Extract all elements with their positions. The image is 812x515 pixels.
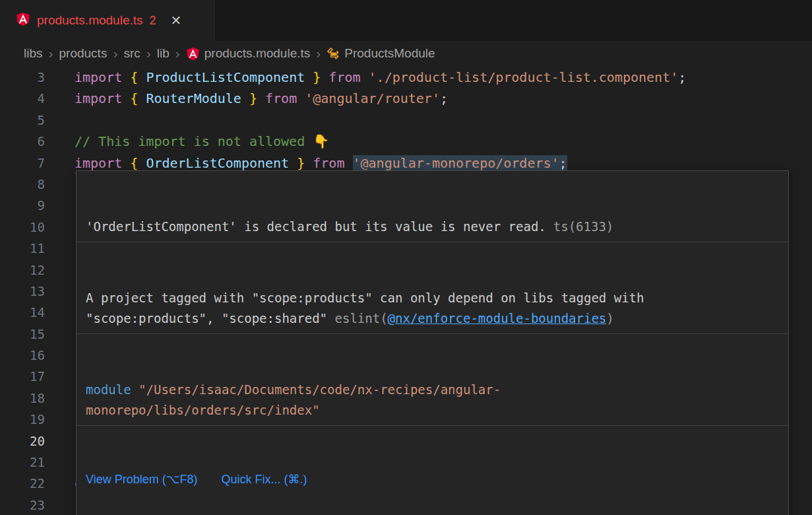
module-path-line2: monorepo/libs/orders/src/index" [86, 403, 320, 417]
line-number: 11 [0, 238, 45, 259]
line-number: 10 [0, 217, 45, 238]
line-number: 21 [0, 452, 45, 473]
editor[interactable]: 3import { ProductListComponent } from '.… [0, 66, 812, 515]
line-number: 15 [0, 324, 45, 345]
breadcrumb-label: src [123, 46, 140, 61]
breadcrumb-label: products.module.ts [204, 46, 311, 61]
line-number: 12 [0, 259, 45, 281]
line-number: 8 [0, 174, 45, 195]
class-symbol-icon [327, 47, 340, 60]
breadcrumb-item-products[interactable]: products [59, 46, 108, 61]
hover-eslint-message: A project tagged with "scope:products" c… [77, 283, 788, 334]
code-line-4[interactable]: 4import { RouterModule } from '@angular/… [0, 88, 812, 109]
line-number: 14 [0, 302, 45, 323]
breadcrumb-label: libs [24, 46, 43, 61]
line-number: 3 [0, 67, 45, 88]
quick-fix-action[interactable]: Quick Fix... (⌘.) [221, 471, 307, 487]
module-keyword: module [86, 382, 131, 397]
breadcrumb-item-lib[interactable]: lib [157, 46, 170, 61]
breadcrumb: libs›products›src›lib› products.module.t… [0, 41, 812, 66]
code-line-6[interactable]: 6// This import is not allowed 👇 [0, 131, 812, 152]
eslint-error-line2: "scope:products", "scope:shared" [86, 311, 335, 326]
line-number: 18 [0, 388, 45, 409]
eslint-error-line1: A project tagged with "scope:products" c… [86, 291, 644, 305]
breadcrumb-separator-icon: › [175, 46, 180, 61]
breadcrumb-separator-icon: › [113, 46, 117, 61]
tab-products-module[interactable]: products.module.ts 2 ✕ [0, 0, 215, 41]
breadcrumb-label: products [59, 46, 108, 61]
breadcrumb-separator-icon: › [146, 46, 151, 61]
code-text: import { RouterModule } from '@angular/r… [75, 88, 448, 109]
tab-title: products.module.ts [37, 13, 143, 28]
breadcrumb-item-products-module-ts[interactable]: products.module.ts [186, 46, 311, 61]
tab-problem-count: 2 [150, 14, 156, 28]
breadcrumb-separator-icon: › [49, 46, 53, 61]
line-number: 19 [0, 409, 45, 430]
line-number: 7 [0, 153, 45, 174]
hover-popup: 'OrderListComponent' is declared but its… [76, 170, 789, 515]
line-number: 17 [0, 366, 45, 387]
line-number: 23 [0, 495, 45, 515]
eslint-rule-link[interactable]: @nx/enforce-module-boundaries [388, 311, 607, 326]
line-number: 16 [0, 345, 45, 366]
eslint-source-close: ) [606, 311, 613, 326]
view-problem-action[interactable]: View Problem (⌥F8) [86, 471, 197, 487]
breadcrumb-item-productsmodule[interactable]: ProductsModule [327, 46, 435, 61]
close-icon[interactable]: ✕ [171, 13, 182, 28]
line-number: 13 [0, 281, 45, 302]
breadcrumb-item-libs[interactable]: libs [24, 46, 43, 61]
module-path-line1: "/Users/isaac/Documents/code/nx-recipes/… [131, 382, 501, 397]
line-number: 5 [0, 110, 45, 131]
line-number: 22 [0, 473, 45, 494]
code-line-3[interactable]: 3import { ProductListComponent } from '.… [0, 67, 812, 88]
line-number: 6 [0, 131, 45, 152]
angular-icon [186, 47, 200, 61]
code-text: // This import is not allowed 👇 [75, 131, 329, 152]
hover-actions: View Problem (⌥F8) Quick Fix... (⌘.) [77, 467, 788, 492]
tab-bar: products.module.ts 2 ✕ [0, 0, 812, 41]
line-number: 4 [0, 88, 45, 109]
line-number: 9 [0, 195, 45, 216]
code-text: import { ProductListComponent } from './… [75, 67, 686, 88]
breadcrumb-separator-icon: › [316, 46, 321, 61]
line-number: 20 [0, 430, 45, 452]
breadcrumb-item-src[interactable]: src [123, 46, 140, 61]
code-line-5[interactable]: 5 [0, 110, 812, 131]
angular-icon [16, 12, 30, 29]
breadcrumb-label: ProductsModule [344, 46, 435, 61]
eslint-source-open: eslint( [335, 311, 388, 326]
hover-ts-message: 'OrderListComponent' is declared but its… [77, 212, 788, 242]
breadcrumb-label: lib [157, 46, 170, 61]
hover-module-message: module "/Users/isaac/Documents/code/nx-r… [77, 375, 788, 426]
ts-error-code: ts(6133) [553, 219, 614, 234]
ts-error-text: 'OrderListComponent' is declared but its… [86, 219, 546, 234]
